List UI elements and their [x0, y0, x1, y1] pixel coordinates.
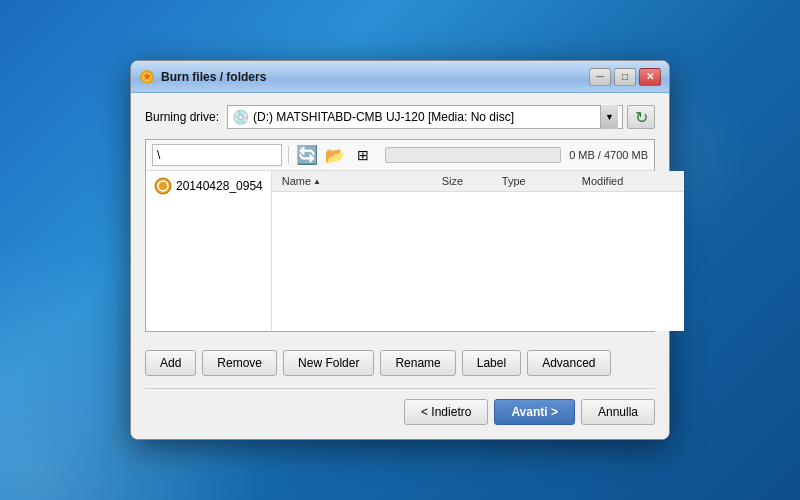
burning-drive-label: Burning drive:	[145, 110, 219, 124]
back-nav-button[interactable]: < Indietro	[404, 399, 488, 425]
progress-area: 0 MB / 4700 MB	[385, 147, 648, 163]
file-list-header: Name ▲ Size Type Modified	[272, 171, 684, 192]
window-title: Burn files / folders	[161, 70, 586, 84]
advanced-button[interactable]: Advanced	[527, 350, 610, 376]
current-path: \	[157, 148, 160, 162]
size-text: 0 MB / 4700 MB	[569, 149, 648, 161]
view-icon: ⊞	[357, 147, 369, 163]
burn-dialog: Burn files / folders ─ □ ✕ Burning drive…	[130, 60, 670, 440]
col-modified-label: Modified	[582, 175, 624, 187]
next-nav-button[interactable]: Avanti >	[494, 399, 575, 425]
maximize-button[interactable]: □	[614, 68, 636, 86]
tree-item-label: 20140428_0954	[176, 179, 263, 193]
bottom-separator	[145, 388, 655, 389]
column-header-name[interactable]: Name ▲	[278, 173, 438, 189]
file-list-pane: Name ▲ Size Type Modified	[272, 171, 684, 331]
navigation-buttons-row: < Indietro Avanti > Annulla	[145, 397, 655, 425]
sort-icon-name: ▲	[313, 177, 321, 186]
folder-tree-pane: 20140428_0954	[146, 171, 272, 331]
dropdown-arrow-icon[interactable]: ▼	[600, 105, 618, 129]
rename-button[interactable]: Rename	[380, 350, 455, 376]
title-bar: Burn files / folders ─ □ ✕	[131, 61, 669, 93]
file-list-body	[272, 192, 684, 312]
drive-value: (D:) MATSHITABD-CMB UJ-120 [Media: No di…	[253, 110, 514, 124]
back-button[interactable]: 🔄	[295, 144, 319, 166]
dialog-body: Burning drive: 💿 (D:) MATSHITABD-CMB UJ-…	[131, 93, 669, 439]
refresh-icon: ↻	[635, 108, 648, 127]
new-folder-button[interactable]: New Folder	[283, 350, 374, 376]
action-buttons-row: Add Remove New Folder Rename Label Advan…	[145, 342, 655, 380]
column-header-type[interactable]: Type	[498, 173, 578, 189]
label-button[interactable]: Label	[462, 350, 521, 376]
remove-button[interactable]: Remove	[202, 350, 277, 376]
folder-icon: 📂	[325, 146, 345, 165]
progress-bar	[385, 147, 561, 163]
file-browser-panes: 20140428_0954 Name ▲ Size	[146, 171, 654, 331]
drive-icon: 💿	[232, 109, 249, 125]
column-header-modified[interactable]: Modified	[578, 173, 678, 189]
column-header-size[interactable]: Size	[438, 173, 498, 189]
minimize-button[interactable]: ─	[589, 68, 611, 86]
col-name-label: Name	[282, 175, 311, 187]
file-toolbar: \ 🔄 📂 ⊞ 0 MB / 4700 MB	[146, 140, 654, 171]
list-item[interactable]: 20140428_0954	[150, 175, 267, 197]
open-folder-button[interactable]: 📂	[323, 144, 347, 166]
drive-dropdown[interactable]: 💿 (D:) MATSHITABD-CMB UJ-120 [Media: No …	[227, 105, 623, 129]
back-icon: 🔄	[296, 144, 318, 166]
burning-drive-row: Burning drive: 💿 (D:) MATSHITABD-CMB UJ-…	[145, 105, 655, 129]
add-button[interactable]: Add	[145, 350, 196, 376]
path-box[interactable]: \	[152, 144, 282, 166]
toolbar-separator-1	[288, 146, 289, 164]
col-size-label: Size	[442, 175, 463, 187]
main-content-area: \ 🔄 📂 ⊞ 0 MB / 4700 MB	[145, 139, 655, 332]
refresh-button[interactable]: ↻	[627, 105, 655, 129]
drive-select-area: 💿 (D:) MATSHITABD-CMB UJ-120 [Media: No …	[227, 105, 655, 129]
close-button[interactable]: ✕	[639, 68, 661, 86]
cancel-nav-button[interactable]: Annulla	[581, 399, 655, 425]
col-type-label: Type	[502, 175, 526, 187]
tree-item-icon	[154, 177, 172, 195]
window-icon	[139, 69, 155, 85]
view-toggle-button[interactable]: ⊞	[351, 144, 375, 166]
